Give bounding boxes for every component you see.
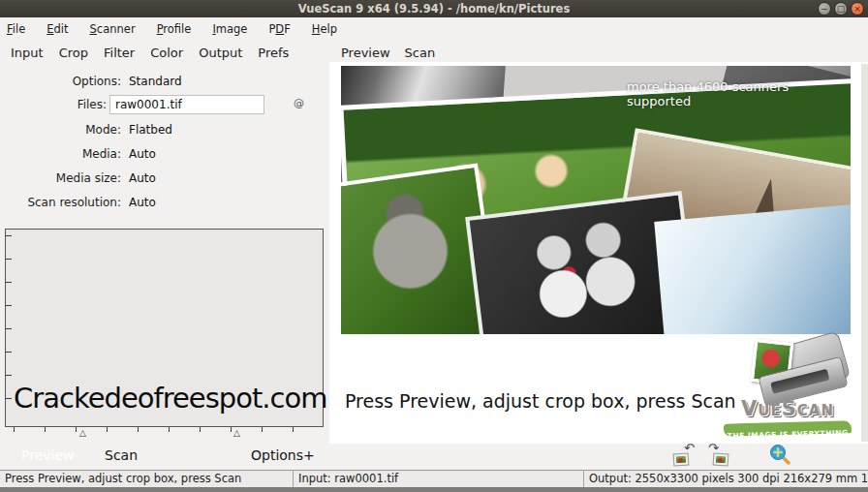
scan-resolution-value[interactable]: Auto — [129, 193, 156, 212]
media-size-value[interactable]: Auto — [129, 169, 156, 188]
status-input: Input: raw0001.tif — [293, 471, 583, 487]
status-output: Output: 2550x3300 pixels 300 dpi 216x279… — [583, 471, 868, 487]
options-plus-button[interactable]: Options+ — [251, 447, 315, 463]
menu-file[interactable]: File — [4, 21, 28, 37]
menu-scanner[interactable]: Scanner — [87, 21, 139, 37]
menu-help[interactable]: Help — [309, 21, 340, 37]
menu-pdf[interactable]: PDF — [265, 21, 293, 37]
vuescan-window: VueScan 9 x64 (9.5.94) - /home/kn/Pictur… — [0, 0, 868, 492]
tab-crop[interactable]: Crop — [59, 46, 88, 60]
maximize-button[interactable]: ▢ — [834, 2, 848, 15]
instruction-text: Press Preview, adjust crop box, press Sc… — [345, 390, 736, 412]
tab-prefs[interactable]: Prefs — [258, 46, 289, 60]
files-label: Files: — [0, 95, 107, 114]
media-size-label: Media size: — [0, 169, 121, 188]
tab-preview[interactable]: Preview — [341, 46, 390, 60]
vertical-ruler — [6, 235, 12, 418]
window-title: VueScan 9 x64 (9.5.94) - /home/kn/Pictur… — [0, 0, 868, 17]
preview-thumbnail-box[interactable]: Crackedeofreespot.com — [5, 229, 324, 427]
files-input[interactable] — [109, 95, 264, 114]
logo-wordmark: VueScan — [720, 397, 855, 420]
rotate-right-icon[interactable]: ↷ — [708, 446, 729, 466]
options-value[interactable]: Standard — [129, 72, 182, 91]
preview-scan-tabs: Preview Scan — [341, 46, 435, 60]
scan-resolution-label: Scan resolution: — [0, 193, 121, 212]
horizontal-ruler — [14, 427, 316, 432]
rotate-right-photo-glyph — [714, 454, 728, 466]
scanners-supported-caption: more than 4600 scanners supported — [627, 79, 851, 108]
watermark-text: Crackedeofreespot.com — [14, 382, 326, 415]
logo-tagline-band: THE IMAGE IS EVERYTHING — [724, 420, 852, 436]
option-tabs: Input Crop Filter Color Output Prefs — [11, 46, 289, 60]
window-controls: − ▢ × — [818, 2, 864, 15]
menu-image[interactable]: Image — [209, 21, 250, 37]
menu-bar: File Edit Scanner Profile Image PDF Help — [0, 17, 868, 40]
mode-value[interactable]: Flatbed — [129, 120, 172, 139]
vuescan-logo: VueScan THE IMAGE IS EVERYTHING — [720, 341, 855, 438]
scan-button[interactable]: Scan — [105, 447, 138, 463]
status-bar: Press Preview, adjust crop box, press Sc… — [0, 470, 868, 487]
zoom-in-icon[interactable] — [768, 443, 791, 466]
preview-button[interactable]: Preview — [21, 447, 75, 463]
tab-scan[interactable]: Scan — [405, 46, 436, 60]
menu-profile[interactable]: Profile — [154, 21, 195, 37]
crop-marker-right[interactable]: △ — [233, 428, 240, 438]
mode-label: Mode: — [0, 120, 121, 139]
at-button[interactable]: @ — [294, 97, 304, 109]
tab-output[interactable]: Output — [199, 46, 242, 60]
media-label: Media: — [0, 144, 121, 164]
rotate-left-icon[interactable]: ↶ — [673, 446, 695, 466]
rotate-left-photo-glyph — [674, 454, 689, 466]
button-bar: Preview Scan Options+ — [0, 444, 868, 470]
scanner-slot — [770, 369, 829, 394]
status-hint: Press Preview, adjust crop box, press Sc… — [0, 471, 293, 487]
tab-color[interactable]: Color — [150, 46, 183, 60]
media-value[interactable]: Auto — [129, 144, 156, 164]
scrollbar[interactable] — [861, 64, 868, 442]
options-label: Options: — [0, 72, 121, 91]
title-bar: VueScan 9 x64 (9.5.94) - /home/kn/Pictur… — [0, 0, 868, 17]
minimize-button[interactable]: − — [818, 2, 831, 15]
tab-input[interactable]: Input — [11, 46, 44, 60]
close-button[interactable]: × — [851, 2, 864, 15]
window-bottom-edge — [0, 487, 868, 492]
scanner-device-photo — [654, 201, 851, 334]
menu-edit[interactable]: Edit — [44, 21, 71, 37]
magnifier-glyph — [768, 443, 791, 466]
tab-filter[interactable]: Filter — [104, 46, 135, 60]
splash-collage-image: SNAP more than 4600 scanners supported — [341, 66, 851, 334]
crop-marker-left[interactable]: △ — [79, 428, 86, 438]
